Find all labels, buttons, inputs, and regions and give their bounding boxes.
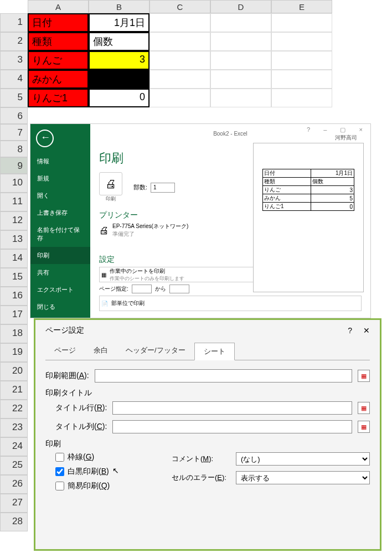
cell-a5[interactable]: りんご1: [28, 89, 89, 107]
title-col-label: タイトル列(C):: [55, 422, 107, 432]
back-button[interactable]: [36, 130, 54, 147]
row-header-1[interactable]: 1: [0, 13, 28, 32]
close-button[interactable]: ✕: [363, 326, 370, 335]
preview-table: 日付1月1日 種類個数 りんご3 みかん5 りんご10: [262, 169, 354, 211]
row-header-2[interactable]: 2: [0, 32, 28, 51]
row-header-18[interactable]: 18: [0, 324, 28, 343]
cell-b5[interactable]: 0: [89, 89, 149, 107]
gridlines-check-input[interactable]: [55, 453, 64, 462]
help-button[interactable]: ?: [348, 326, 352, 335]
cell-a2[interactable]: 種類: [28, 32, 89, 51]
nav-saveas[interactable]: 名前を付けて保存: [30, 221, 90, 247]
bw-checkbox[interactable]: 白黒印刷(B)↖: [55, 467, 155, 477]
cell-e2[interactable]: [271, 32, 332, 51]
row-header-11[interactable]: 11: [0, 193, 28, 211]
cell-d2[interactable]: [210, 32, 271, 51]
print-area-input[interactable]: [95, 369, 352, 383]
cell-e3[interactable]: [271, 51, 332, 70]
cell-d1[interactable]: [210, 13, 271, 32]
col-header-b[interactable]: B: [89, 0, 149, 13]
nav-export[interactable]: エクスポート: [30, 281, 90, 298]
row-header-24[interactable]: 24: [0, 437, 28, 456]
cell-a4[interactable]: みかん: [28, 70, 89, 89]
nav-info[interactable]: 情報: [30, 153, 90, 170]
cells-grid: 日付 1月1日 種類 個数 りんご 3 みかん りんご1 0: [28, 13, 332, 107]
cell-d5[interactable]: [210, 89, 271, 107]
row-header-5[interactable]: 5: [0, 89, 28, 107]
collate-selector[interactable]: 📄 部単位で印刷: [99, 296, 362, 311]
cell-d4[interactable]: [210, 70, 271, 89]
nav-close[interactable]: 閉じる: [30, 298, 90, 316]
cell-e1[interactable]: [271, 13, 332, 32]
draft-checkbox[interactable]: 簡易印刷(Q): [55, 481, 155, 491]
range-select-icon[interactable]: ▦: [358, 421, 370, 433]
cell-c5[interactable]: [149, 89, 210, 107]
nav-share[interactable]: 共有: [30, 264, 90, 281]
row-header-7[interactable]: 7: [0, 124, 28, 141]
row-header-3[interactable]: 3: [0, 51, 28, 70]
error-select[interactable]: 表示する: [236, 471, 370, 484]
copies-input[interactable]: [151, 183, 175, 193]
cell-b1[interactable]: 1月1日: [89, 13, 149, 32]
row-header-15[interactable]: 15: [0, 268, 28, 287]
row-header-13[interactable]: 13: [0, 230, 28, 249]
draft-check-input[interactable]: [55, 482, 64, 490]
nav-print[interactable]: 印刷: [30, 247, 90, 264]
row-header-22[interactable]: 22: [0, 400, 28, 418]
row-header-19[interactable]: 19: [0, 343, 28, 362]
tab-page[interactable]: ページ: [45, 342, 85, 360]
cell-a1[interactable]: 日付: [28, 13, 89, 32]
row-header-6[interactable]: 6: [0, 107, 28, 124]
window-controls[interactable]: ? – ▢ ×: [307, 126, 366, 133]
tab-margins[interactable]: 余白: [85, 342, 117, 360]
cell-e4[interactable]: [271, 70, 332, 89]
print-preview: 日付1月1日 種類個数 りんご3 みかん5 りんご10: [253, 143, 364, 292]
col-header-d[interactable]: D: [210, 0, 271, 13]
col-header-e[interactable]: E: [271, 0, 332, 13]
row-header-25[interactable]: 25: [0, 456, 28, 475]
page-to-input[interactable]: [169, 285, 189, 293]
row-header-21[interactable]: 21: [0, 381, 28, 400]
comment-select[interactable]: (なし): [236, 452, 370, 466]
cell-c4[interactable]: [149, 70, 210, 89]
gridlines-checkbox[interactable]: 枠線(G): [55, 452, 155, 462]
nav-open[interactable]: 開く: [30, 187, 90, 204]
cell-a3[interactable]: りんご: [28, 51, 89, 70]
row-header-27[interactable]: 27: [0, 494, 28, 513]
row-header-16[interactable]: 16: [0, 287, 28, 306]
row-header-10[interactable]: 10: [0, 174, 28, 193]
cell-c1[interactable]: [149, 13, 210, 32]
col-header-a[interactable]: A: [28, 0, 89, 13]
bw-check-input[interactable]: [55, 467, 64, 476]
row-header-4[interactable]: 4: [0, 70, 28, 89]
row-header-9[interactable]: 9: [0, 157, 28, 174]
range-select-icon[interactable]: ▦: [358, 370, 370, 382]
page-from-input[interactable]: [132, 285, 152, 293]
user-name[interactable]: 河野高司: [335, 134, 357, 142]
cell-b2[interactable]: 個数: [89, 32, 149, 51]
tab-sheet[interactable]: シート: [194, 343, 235, 360]
cell-d3[interactable]: [210, 51, 271, 70]
nav-save[interactable]: 上書き保存: [30, 204, 90, 221]
cell-b4[interactable]: [89, 70, 149, 89]
cell-e5[interactable]: [271, 89, 332, 107]
row-header-14[interactable]: 14: [0, 249, 28, 268]
row-header-8[interactable]: 8: [0, 141, 28, 157]
range-select-icon[interactable]: ▦: [358, 402, 370, 414]
cell-c3[interactable]: [149, 51, 210, 70]
nav-new[interactable]: 新規: [30, 170, 90, 187]
row-header-28[interactable]: 28: [0, 513, 28, 531]
col-header-c[interactable]: C: [149, 0, 210, 13]
row-header-12[interactable]: 12: [0, 211, 28, 230]
tab-header-footer[interactable]: ヘッダー/フッター: [117, 342, 194, 360]
title-col-input[interactable]: [112, 420, 352, 433]
row-header-23[interactable]: 23: [0, 418, 28, 437]
row-header-20[interactable]: 20: [0, 362, 28, 381]
cell-c2[interactable]: [149, 32, 210, 51]
cell-b3[interactable]: 3: [89, 51, 149, 70]
backstage-print-view: 情報 新規 開く 上書き保存 名前を付けて保存 印刷 共有 エクスポート 閉じる…: [30, 123, 371, 318]
title-row-input[interactable]: [112, 401, 352, 415]
row-header-17[interactable]: 17: [0, 306, 28, 324]
row-header-26[interactable]: 26: [0, 475, 28, 494]
printer-icon[interactable]: 🖨: [99, 172, 122, 195]
